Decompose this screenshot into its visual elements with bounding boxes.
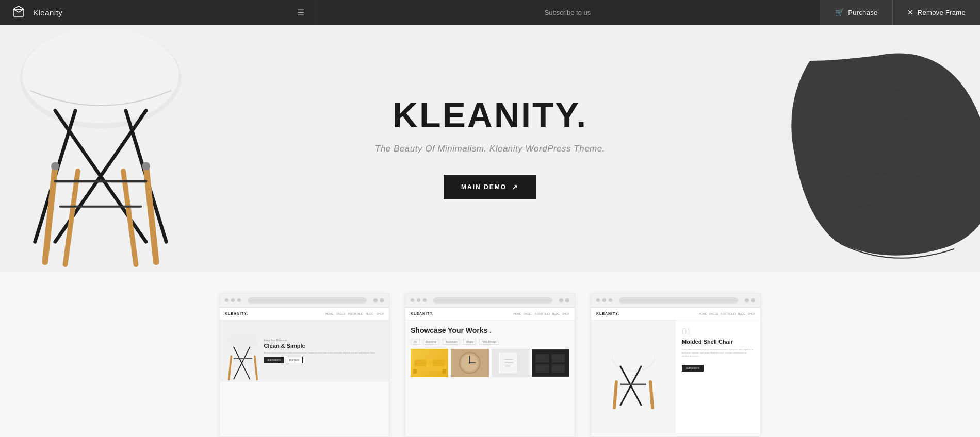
preview-card-molded: KLEANITY. HOME PAGES PORTFOLIO BLOG SHOP bbox=[591, 293, 761, 437]
browser-dot bbox=[609, 298, 612, 302]
preview3-chair-image bbox=[591, 320, 676, 433]
nav-shop: SHOP bbox=[748, 312, 755, 315]
svg-line-3 bbox=[19, 9, 24, 12]
svg-marker-1 bbox=[13, 6, 24, 9]
preview2-nav-items: HOME PAGES PORTFOLIO BLOG SHOP bbox=[513, 312, 569, 315]
external-link-icon: ↗ bbox=[512, 183, 519, 191]
svg-line-48 bbox=[614, 382, 616, 408]
preview2-content: KLEANITY. HOME PAGES PORTFOLIO BLOG SHOP… bbox=[405, 308, 575, 436]
svg-line-13 bbox=[123, 171, 136, 264]
preview3-body: 01 Molded Shell Chair Cras mattis consec… bbox=[591, 320, 760, 433]
svg-rect-42 bbox=[535, 364, 549, 373]
close-icon: ✕ bbox=[907, 8, 913, 16]
hero-subtitle: The Beauty Of Minimalism. Kleanity WordP… bbox=[375, 144, 605, 154]
nav-blog: BLOG bbox=[738, 312, 745, 315]
nav-portfolio: PORTFOLIO bbox=[721, 312, 736, 315]
nav-pages: PAGES bbox=[709, 312, 718, 315]
thumb-docs bbox=[492, 349, 529, 377]
browser-dot-yellow bbox=[231, 298, 235, 302]
svg-point-45 bbox=[613, 343, 654, 370]
svg-line-10 bbox=[45, 166, 55, 262]
nav-blog: BLOG bbox=[552, 312, 560, 315]
nav-shop: SHOP bbox=[562, 312, 569, 315]
svg-line-22 bbox=[255, 356, 257, 379]
browser-dot bbox=[417, 298, 420, 302]
browser-bar-1 bbox=[220, 293, 389, 308]
svg-line-21 bbox=[229, 356, 232, 379]
svg-line-12 bbox=[65, 171, 77, 264]
hero-chair-left bbox=[0, 25, 211, 272]
filter-illustration[interactable]: Illustration bbox=[443, 339, 461, 345]
purchase-label: Purchase bbox=[848, 9, 877, 16]
hero-section: KLEANITY. The Beauty Of Minimalism. Klea… bbox=[0, 25, 980, 272]
svg-rect-25 bbox=[414, 360, 426, 367]
browser-icon bbox=[373, 298, 378, 302]
main-demo-button[interactable]: MAIN DEMO ↗ bbox=[444, 175, 536, 199]
svg-point-15 bbox=[142, 162, 150, 171]
browser-dot-red bbox=[225, 298, 228, 302]
cart-icon: 🛒 bbox=[835, 8, 844, 16]
preview1-nav: KLEANITY. HOME PAGES PORTFOLIO BLOG SHOP bbox=[220, 308, 389, 320]
preview2-grid bbox=[411, 349, 569, 377]
browser-dot-green bbox=[237, 298, 241, 302]
menu-icon[interactable]: ☰ bbox=[297, 8, 304, 18]
browser-icon bbox=[745, 298, 749, 302]
browser-icon bbox=[751, 298, 755, 302]
preview1-logo: KLEANITY. bbox=[225, 312, 248, 315]
preview1-description: Aenean lacinia bibendum nulla sed consec… bbox=[264, 351, 376, 355]
preview1-buttons: LEARN MORE BUY NOW bbox=[264, 357, 376, 363]
preview1-learn-more[interactable]: LEARN MORE bbox=[264, 357, 284, 363]
thumb-yellow-sofa bbox=[411, 349, 448, 377]
hero-title: KLEANITY. bbox=[375, 97, 605, 132]
browser-dot bbox=[596, 298, 600, 302]
preview1-text: Keep Your Business Clean & Simple Aenean… bbox=[264, 339, 376, 363]
browser-icons bbox=[373, 298, 384, 302]
main-demo-label: MAIN DEMO bbox=[461, 183, 507, 191]
hero-chair-right bbox=[774, 25, 980, 272]
preview2-body: Showcase Your Works . All Branding Illus… bbox=[405, 320, 575, 383]
browser-icon bbox=[565, 298, 569, 302]
svg-point-14 bbox=[51, 162, 59, 171]
remove-frame-button[interactable]: ✕ Remove Frame bbox=[893, 0, 981, 25]
browser-dot bbox=[411, 298, 414, 302]
logo-icon bbox=[10, 4, 27, 21]
nav-pages: PAGES bbox=[524, 312, 532, 315]
url-bar bbox=[433, 297, 552, 304]
browser-icon bbox=[380, 298, 384, 302]
preview1-nav-item: PAGES bbox=[336, 312, 345, 315]
preview3-learn-more[interactable]: LEARN MORE bbox=[682, 365, 704, 372]
preview1-small-label: Keep Your Business bbox=[264, 339, 376, 342]
preview2-logo: KLEANITY. bbox=[411, 312, 434, 315]
preview3-number: 01 bbox=[682, 327, 754, 337]
preview-card-showcase: KLEANITY. HOME PAGES PORTFOLIO BLOG SHOP… bbox=[405, 293, 575, 437]
svg-line-49 bbox=[650, 382, 652, 408]
preview1-hero: Keep Your Business Clean & Simple Aenean… bbox=[220, 320, 389, 382]
purchase-button[interactable]: 🛒 Purchase bbox=[821, 0, 893, 25]
svg-rect-28 bbox=[442, 369, 446, 374]
preview1-big-label: Clean & Simple bbox=[264, 343, 376, 349]
topbar: Kleanity ☰ Subscribe to us 🛒 Purchase ✕ … bbox=[0, 0, 980, 25]
svg-rect-26 bbox=[433, 360, 445, 367]
preview1-nav-item: SHOP bbox=[377, 312, 384, 315]
browser-dot bbox=[423, 298, 427, 302]
subscribe-text[interactable]: Subscribe to us bbox=[545, 9, 591, 16]
filter-all[interactable]: All bbox=[411, 339, 420, 345]
thumb-clock bbox=[451, 349, 488, 377]
filter-webdesign[interactable]: Web Design bbox=[479, 339, 499, 345]
svg-point-5 bbox=[22, 30, 179, 123]
preview3-title: Molded Shell Chair bbox=[682, 339, 754, 345]
preview2-filter: All Branding Illustration Blogg Web Desi… bbox=[411, 339, 569, 345]
nav-home: HOME bbox=[699, 312, 707, 315]
svg-rect-40 bbox=[535, 354, 549, 362]
preview1-buy-now[interactable]: BUY NOW bbox=[286, 357, 303, 363]
remove-frame-label: Remove Frame bbox=[918, 9, 966, 16]
preview1-nav-item: PORTFOLIO bbox=[348, 312, 363, 315]
svg-rect-41 bbox=[551, 354, 565, 362]
filter-blog[interactable]: Blogg bbox=[463, 339, 476, 345]
filter-branding[interactable]: Branding bbox=[423, 339, 439, 345]
preview3-logo: KLEANITY. bbox=[596, 312, 619, 315]
preview3-description: Cras mattis consectetur purus sit amet f… bbox=[682, 348, 754, 358]
preview-card-business: KLEANITY. HOME PAGES PORTFOLIO BLOG SHOP bbox=[219, 293, 389, 437]
previews-section: KLEANITY. HOME PAGES PORTFOLIO BLOG SHOP bbox=[0, 272, 980, 437]
preview3-nav-items: HOME PAGES PORTFOLIO BLOG SHOP bbox=[699, 312, 755, 315]
